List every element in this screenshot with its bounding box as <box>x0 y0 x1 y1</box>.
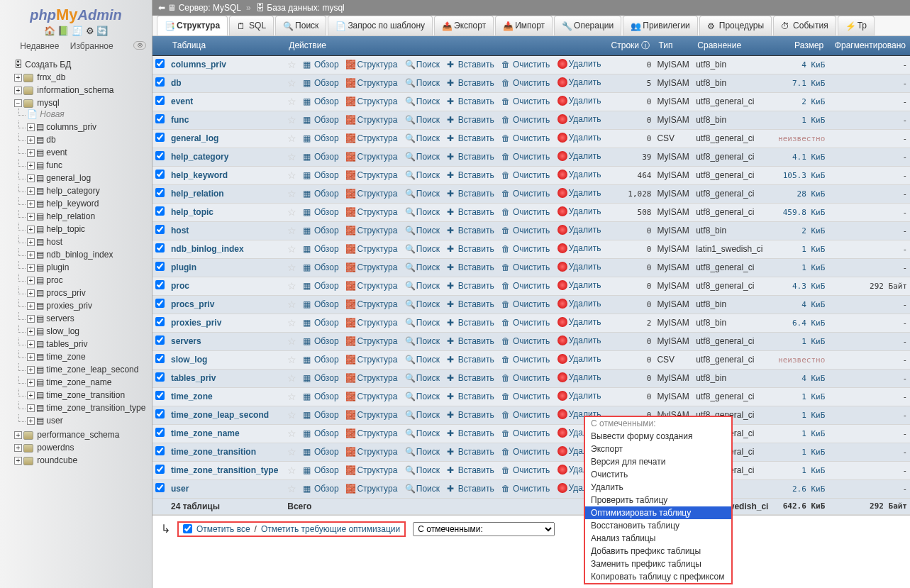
toggle-icon[interactable]: + <box>14 457 22 465</box>
table-name[interactable]: func <box>171 115 189 125</box>
action-structure[interactable]: 🧱 Структура <box>345 262 397 272</box>
toggle-icon[interactable]: + <box>27 251 35 259</box>
row-checkbox[interactable] <box>155 299 165 308</box>
favorite-icon[interactable]: ☆ <box>287 206 296 218</box>
row-checkbox[interactable] <box>155 170 165 179</box>
action-drop[interactable]: Удалить <box>557 317 601 327</box>
action-browse[interactable]: ▦ Обзор <box>303 410 339 420</box>
action-drop[interactable]: Удалить <box>557 114 601 124</box>
action-drop[interactable]: Удалить <box>557 335 601 345</box>
db-roundcube[interactable]: roundcube <box>37 455 77 465</box>
toggle-icon[interactable]: + <box>14 444 22 452</box>
action-empty[interactable]: 🗑 Очистить <box>501 318 550 328</box>
db-information_schema[interactable]: information_schema <box>37 85 113 95</box>
table-general_log[interactable]: general_log <box>46 173 91 183</box>
table-name[interactable]: servers <box>171 336 201 346</box>
tab-routines[interactable]: ⚙Процедуры <box>699 16 772 35</box>
action-insert[interactable]: ✚ Вставить <box>447 281 494 291</box>
cell-size[interactable]: 6.4 КиБ <box>792 318 825 328</box>
table-plugin[interactable]: plugin <box>46 262 69 272</box>
action-insert[interactable]: ✚ Вставить <box>447 78 494 88</box>
logout-icon[interactable]: 📗 <box>57 26 69 36</box>
table-name[interactable]: procs_priv <box>171 299 214 309</box>
table-ndb_binlog_index[interactable]: ndb_binlog_index <box>46 250 113 260</box>
cell-size[interactable]: 4 КиБ <box>801 60 825 70</box>
action-drop[interactable]: Удалить <box>557 188 601 198</box>
toggle-icon[interactable]: + <box>27 340 35 348</box>
toggle-icon[interactable]: + <box>27 123 35 131</box>
action-structure[interactable]: 🧱 Структура <box>345 96 397 106</box>
table-name[interactable]: help_category <box>171 152 228 162</box>
action-search[interactable]: 🔍 Поиск <box>405 189 440 199</box>
action-search[interactable]: 🔍 Поиск <box>405 447 440 457</box>
col-overhead[interactable]: Фрагментировано <box>828 36 910 56</box>
tab-privileges[interactable]: 👥Привилегии <box>623 16 698 35</box>
tab-favorites[interactable]: Избранное <box>70 41 113 51</box>
favorite-icon[interactable]: ☆ <box>287 280 296 292</box>
row-checkbox[interactable] <box>155 317 165 326</box>
table-db[interactable]: db <box>46 135 55 145</box>
row-checkbox[interactable] <box>155 243 165 253</box>
action-insert[interactable]: ✚ Вставить <box>447 447 494 457</box>
action-empty[interactable]: 🗑 Очистить <box>501 60 550 70</box>
toggle-icon[interactable]: + <box>27 226 35 233</box>
action-browse[interactable]: ▦ Обзор <box>303 78 339 88</box>
action-insert[interactable]: ✚ Вставить <box>447 318 494 328</box>
table-name[interactable]: time_zone <box>171 392 213 401</box>
table-name[interactable]: time_zone_leap_second <box>171 410 269 420</box>
toggle-icon[interactable]: + <box>14 431 22 439</box>
menu-option[interactable]: Версия для печати <box>585 455 731 468</box>
toggle-icon[interactable]: + <box>27 392 35 399</box>
cell-size[interactable]: 4 КиБ <box>801 300 825 309</box>
docs-icon[interactable]: 🧾 <box>72 26 83 36</box>
table-name[interactable]: db <box>171 78 182 88</box>
row-checkbox[interactable] <box>155 96 165 105</box>
help-icon[interactable]: ⓘ <box>641 40 650 50</box>
action-browse[interactable]: ▦ Обзор <box>303 465 339 475</box>
table-user[interactable]: user <box>46 416 62 426</box>
favorite-icon[interactable]: ☆ <box>287 317 296 328</box>
action-structure[interactable]: 🧱 Структура <box>345 244 397 254</box>
toggle-icon[interactable]: + <box>27 162 35 170</box>
table-host[interactable]: host <box>46 237 62 247</box>
menu-option[interactable]: Анализ таблицы <box>585 532 731 545</box>
action-browse[interactable]: ▦ Обзор <box>303 262 339 272</box>
db-frnx_db[interactable]: frnx_db <box>37 72 65 82</box>
cell-size[interactable]: 1 КиБ <box>801 448 825 457</box>
cell-size[interactable]: 2 КиБ <box>801 97 825 106</box>
action-empty[interactable]: 🗑 Очистить <box>501 336 550 346</box>
row-checkbox[interactable] <box>155 262 165 271</box>
action-insert[interactable]: ✚ Вставить <box>447 355 494 365</box>
favorite-icon[interactable]: ☆ <box>287 188 296 199</box>
db-performance_schema[interactable]: performance_schema <box>37 430 119 440</box>
action-insert[interactable]: ✚ Вставить <box>447 484 494 494</box>
menu-option[interactable]: Восстановить таблицу <box>585 519 731 532</box>
leftpanel-icon[interactable]: ⬅ <box>158 3 165 13</box>
action-search[interactable]: 🔍 Поиск <box>405 60 440 70</box>
favorite-icon[interactable]: ☆ <box>287 225 296 236</box>
action-browse[interactable]: ▦ Обзор <box>303 373 339 383</box>
action-search[interactable]: 🔍 Поиск <box>405 78 440 88</box>
toggle-icon[interactable]: + <box>27 136 35 144</box>
cell-size[interactable]: 1 КиБ <box>801 429 825 438</box>
action-insert[interactable]: ✚ Вставить <box>447 133 494 143</box>
action-drop[interactable]: Удалить <box>557 391 601 401</box>
table-name[interactable]: time_zone_transition_type <box>171 465 278 475</box>
favorite-icon[interactable]: ☆ <box>287 299 296 310</box>
menu-option[interactable]: Заменить префикс таблицы <box>585 558 731 570</box>
menu-option[interactable]: Очистить <box>585 468 731 481</box>
action-insert[interactable]: ✚ Вставить <box>447 244 494 254</box>
action-search[interactable]: 🔍 Поиск <box>405 281 440 291</box>
action-structure[interactable]: 🧱 Структура <box>345 133 397 143</box>
action-empty[interactable]: 🗑 Очистить <box>501 428 550 438</box>
favorite-icon[interactable]: ☆ <box>287 409 296 421</box>
action-search[interactable]: 🔍 Поиск <box>405 336 440 346</box>
menu-option[interactable]: Удалить <box>585 481 731 494</box>
cell-size[interactable]: 28 КиБ <box>797 189 826 199</box>
action-structure[interactable]: 🧱 Структура <box>345 115 397 125</box>
favorite-icon[interactable]: ☆ <box>287 335 296 347</box>
cell-size[interactable]: 105.3 КиБ <box>783 171 826 180</box>
table-help_topic[interactable]: help_topic <box>46 224 85 234</box>
action-browse[interactable]: ▦ Обзор <box>303 428 339 438</box>
action-structure[interactable]: 🧱 Структура <box>345 170 397 180</box>
